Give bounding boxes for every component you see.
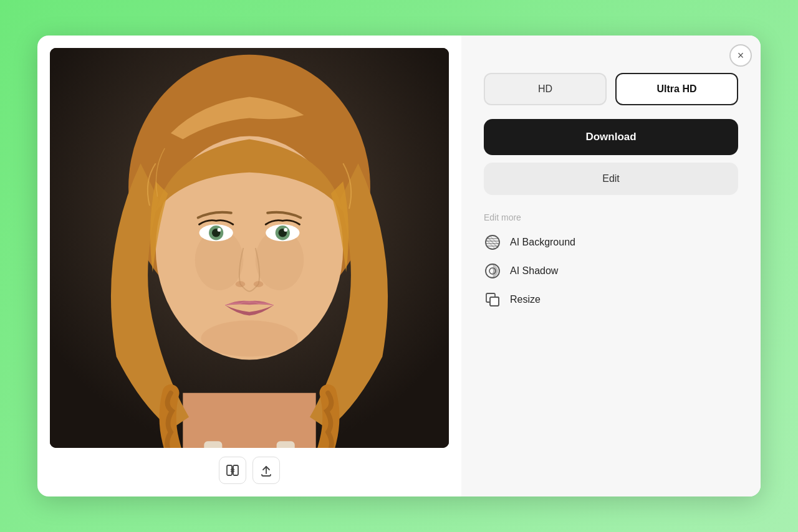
svg-rect-20	[277, 441, 295, 448]
edit-button[interactable]: Edit	[484, 163, 738, 195]
ai-shadow-label: AI Shadow	[510, 265, 558, 277]
resize-label: Resize	[510, 294, 541, 305]
svg-rect-3	[183, 393, 315, 448]
download-button[interactable]: Download	[484, 119, 738, 155]
main-modal: ×	[37, 36, 761, 496]
right-panel: HD Ultra HD Download Edit Edit more	[461, 36, 761, 496]
image-panel	[37, 36, 461, 496]
ai-shadow-icon	[484, 262, 501, 280]
ai-background-label: AI Background	[510, 237, 575, 248]
svg-point-18	[201, 320, 297, 356]
quality-selector: HD Ultra HD	[484, 73, 738, 105]
svg-rect-21	[227, 465, 232, 475]
close-button[interactable]: ×	[729, 44, 752, 67]
svg-point-15	[284, 228, 287, 232]
portrait-image	[50, 48, 449, 448]
svg-point-17	[254, 281, 264, 287]
svg-rect-19	[204, 441, 222, 448]
upload-button[interactable]	[252, 457, 280, 484]
ai-background-icon	[484, 234, 501, 251]
resize-icon	[484, 291, 501, 308]
edit-more-label: Edit more	[484, 212, 738, 222]
compare-button[interactable]	[219, 457, 246, 484]
hd-button[interactable]: HD	[484, 73, 607, 105]
compare-icon	[226, 463, 239, 477]
ultra-hd-button[interactable]: Ultra HD	[615, 73, 738, 105]
ai-shadow-item[interactable]: AI Shadow	[484, 262, 738, 280]
svg-rect-22	[233, 465, 238, 475]
svg-point-14	[218, 228, 221, 232]
ai-background-item[interactable]: AI Background	[484, 234, 738, 251]
resize-item[interactable]: Resize	[484, 291, 738, 308]
bottom-toolbar	[50, 448, 449, 484]
svg-rect-36	[490, 297, 499, 306]
svg-point-16	[236, 281, 246, 287]
upload-icon	[259, 463, 273, 477]
feature-list: AI Background AI Shadow	[484, 234, 738, 308]
main-image-container	[50, 48, 449, 448]
